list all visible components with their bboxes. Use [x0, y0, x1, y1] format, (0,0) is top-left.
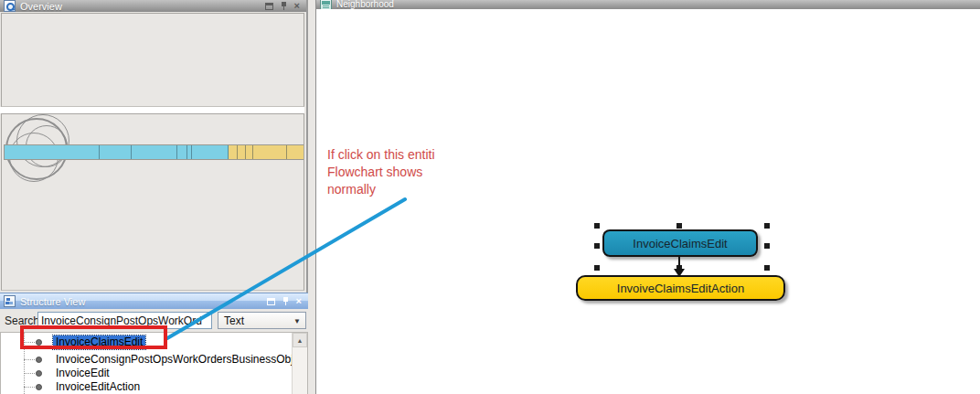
structure-view-titlebar[interactable]: Structure View ×: [0, 293, 308, 309]
search-filter-dropdown[interactable]: Text ▼: [218, 312, 306, 329]
overview-panel: Overview ×: [0, 0, 308, 293]
selection-handle[interactable]: [676, 265, 682, 271]
neighborhood-panel-title: Neighborhood: [336, 0, 394, 9]
minimap-bar[interactable]: [4, 144, 304, 160]
search-input[interactable]: [37, 312, 212, 329]
search-label: Search: [5, 314, 39, 327]
scroll-up-button[interactable]: ▲: [293, 333, 307, 347]
tree-item-label[interactable]: InvoiceConsignPostOpsWorkOrdersBusinessO…: [53, 353, 308, 367]
minimap-segment: [192, 145, 229, 159]
minimap-segment: [177, 145, 187, 159]
tree-branch-line: [24, 342, 35, 343]
annotation-line: normally: [327, 181, 435, 198]
close-icon[interactable]: ×: [296, 297, 302, 305]
overview-minimap[interactable]: [1, 113, 304, 291]
entity-bullet-icon: [36, 339, 42, 346]
tree-scrollbar[interactable]: ▲: [292, 333, 307, 394]
overview-separator: [0, 107, 304, 113]
selection-handle[interactable]: [764, 243, 770, 249]
chevron-down-icon[interactable]: ▼: [293, 317, 301, 325]
entity-bullet-icon: [36, 384, 42, 390]
filter-selected-value: Text: [224, 314, 244, 327]
overview-panel-title: Overview: [20, 1, 62, 12]
minimap-segment: [253, 145, 287, 159]
structure-view-panel-title: Structure View: [20, 296, 85, 307]
pin-icon[interactable]: [282, 297, 290, 305]
float-window-icon[interactable]: [265, 3, 273, 10]
pin-icon[interactable]: [280, 2, 288, 10]
flow-node-invoice-claims-edit[interactable]: InvoiceClaimsEdit: [602, 229, 758, 257]
selection-handle[interactable]: [594, 265, 600, 271]
flow-node-label: InvoiceClaimsEdit: [633, 237, 727, 250]
overview-empty-viewport: [1, 13, 304, 107]
selection-handle[interactable]: [764, 265, 770, 271]
neighborhood-titlebar[interactable]: Neighborhood: [316, 0, 980, 9]
entity-bullet-icon: [36, 370, 42, 377]
structure-view-panel: Structure View × Search Text ▼ InvoiceCl…: [0, 293, 308, 394]
tree-branch-line: [24, 359, 35, 360]
search-row: Search Text ▼: [0, 309, 308, 332]
tree-branch-line: [24, 373, 35, 374]
tree-branch-line: [24, 387, 35, 388]
structure-view-icon: [4, 295, 16, 307]
tree-item-label[interactable]: InvoiceClaimsEdit: [53, 335, 145, 349]
minimap-segment: [229, 145, 238, 159]
tree-item-label[interactable]: InvoiceEdit: [53, 367, 112, 380]
selection-handle[interactable]: [764, 223, 770, 229]
selection-handle[interactable]: [594, 243, 600, 249]
neighborhood-icon: [320, 0, 332, 9]
selection-handle[interactable]: [676, 223, 682, 229]
minimap-segment: [238, 145, 246, 159]
tree-item-label[interactable]: InvoiceEditAction: [53, 380, 143, 394]
minimap-segment: [132, 145, 177, 159]
minimap-segment: [5, 145, 100, 159]
flow-node-invoive-claims-edit-action[interactable]: InvoiveClaimsEditAction: [576, 275, 785, 301]
minimap-segment: [287, 145, 304, 159]
flow-node-label: InvoiveClaimsEditAction: [617, 282, 744, 295]
close-icon[interactable]: ×: [294, 2, 300, 10]
annotation-text: If click on this entiti Flowchart shows …: [327, 146, 435, 198]
annotation-line: Flowchart shows: [327, 164, 435, 181]
entity-tree: InvoiceClaimsEdit InvoiceConsignPostOpsW…: [0, 332, 308, 394]
float-window-icon[interactable]: [267, 298, 275, 305]
entity-bullet-icon: [36, 357, 42, 363]
minimap-segment: [246, 145, 253, 159]
scroll-up-icon: ▲: [297, 337, 304, 344]
selection-handle[interactable]: [594, 223, 600, 229]
minimap-segment: [100, 145, 132, 159]
magnifier-icon: [4, 0, 16, 12]
panel-splitter[interactable]: [308, 0, 315, 394]
overview-titlebar[interactable]: Overview ×: [0, 0, 306, 12]
annotation-line: If click on this entiti: [327, 146, 435, 164]
